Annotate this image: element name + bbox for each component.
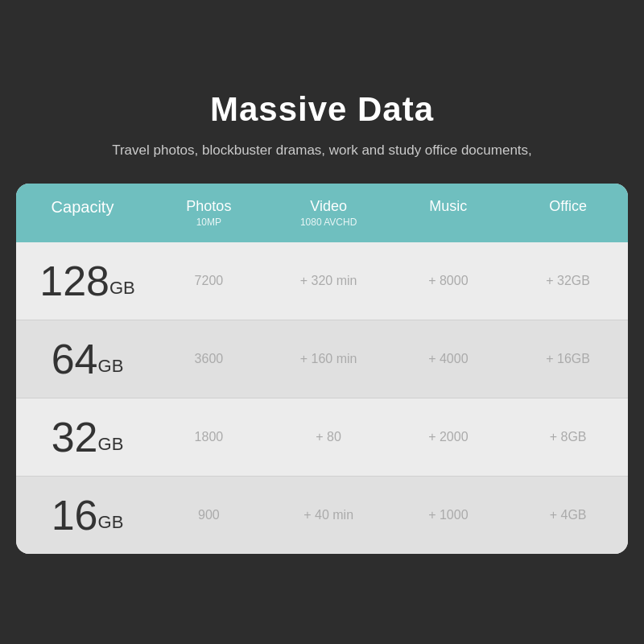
- photos-cell: 900: [149, 490, 269, 540]
- table-row: 32GB 1800 + 80 + 2000 + 8GB: [16, 398, 628, 477]
- table-row: 16GB 900 + 40 min + 1000 + 4GB: [16, 477, 628, 554]
- capacity-cell: 128GB: [16, 242, 149, 320]
- photos-cell: 3600: [149, 334, 269, 384]
- office-cell: + 32GB: [508, 256, 628, 306]
- office-cell: + 4GB: [508, 490, 628, 540]
- table-header: Capacity Photos 10MP Video 1080 AVCHD Mu…: [16, 184, 628, 242]
- office-cell: + 16GB: [508, 334, 628, 384]
- capacity-cell: 16GB: [16, 477, 149, 554]
- video-cell: + 320 min: [269, 256, 389, 306]
- table-row: 128GB 7200 + 320 min + 8000 + 32GB: [16, 242, 628, 320]
- header-photos: Photos 10MP: [149, 184, 269, 242]
- music-cell: + 8000: [389, 256, 509, 306]
- capacity-cell: 32GB: [16, 398, 149, 476]
- header-office: Office: [508, 184, 628, 242]
- subtitle: Travel photos, blockbuster dramas, work …: [112, 140, 532, 161]
- video-cell: + 40 min: [269, 490, 389, 540]
- music-cell: + 4000: [389, 334, 509, 384]
- table-body: 128GB 7200 + 320 min + 8000 + 32GB 64GB …: [16, 242, 628, 554]
- header-video: Video 1080 AVCHD: [269, 184, 389, 242]
- music-cell: + 1000: [389, 490, 509, 540]
- video-cell: + 80: [269, 412, 389, 462]
- header-music: Music: [389, 184, 509, 242]
- page-container: Massive Data Travel photos, blockbuster …: [16, 90, 628, 554]
- photos-cell: 7200: [149, 256, 269, 306]
- video-cell: + 160 min: [269, 334, 389, 384]
- table-row: 64GB 3600 + 160 min + 4000 + 16GB: [16, 320, 628, 398]
- capacity-cell: 64GB: [16, 320, 149, 398]
- music-cell: + 2000: [389, 412, 509, 462]
- header-capacity: Capacity: [16, 184, 149, 242]
- main-title: Massive Data: [210, 90, 434, 129]
- office-cell: + 8GB: [508, 412, 628, 462]
- photos-cell: 1800: [149, 412, 269, 462]
- data-table: Capacity Photos 10MP Video 1080 AVCHD Mu…: [16, 184, 628, 554]
